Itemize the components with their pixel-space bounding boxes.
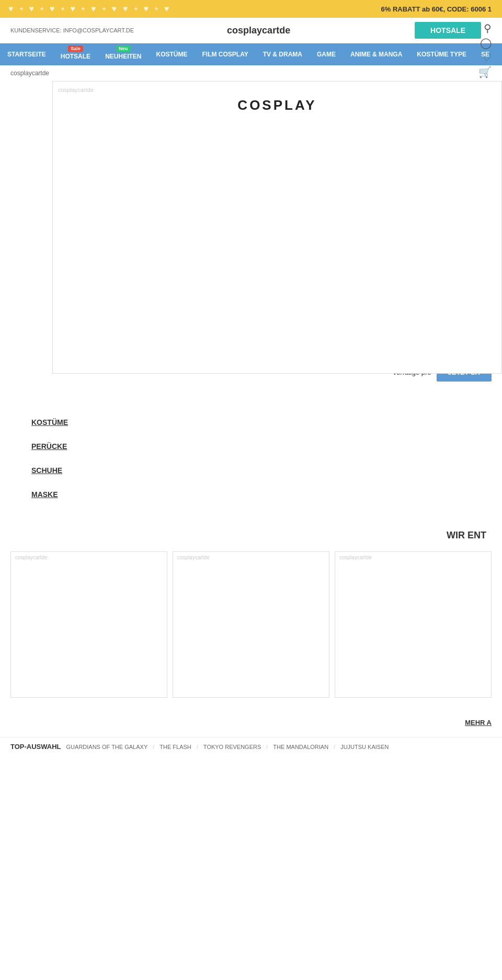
auswahl-sep-0: / xyxy=(153,744,154,750)
nav-kostume-type-label: KOSTÜME TYPE xyxy=(417,51,466,58)
banner-text: 6% RABATT ab 60€, CODE: 6006 1 xyxy=(381,5,492,13)
product-card-3[interactable]: cosplaycartde xyxy=(335,551,492,698)
auswahl-link-2[interactable]: TOKYO REVENGERS xyxy=(203,744,261,750)
category-schuhe-label[interactable]: SCHUHE xyxy=(31,466,94,475)
product-grid: cosplaycartde cosplaycartde cosplaycartd… xyxy=(10,551,492,698)
bottom-section: MEHR A xyxy=(0,708,502,737)
heart-deco-9: ♥ xyxy=(164,4,169,14)
mehr-link[interactable]: MEHR A xyxy=(465,719,492,727)
heart-deco-8: ♥ xyxy=(144,4,149,14)
breadcrumb[interactable]: cosplaycartde xyxy=(0,65,502,81)
hero-cosplay-text: COSPLAY xyxy=(237,97,316,113)
nav-film-cosplay-label: FILM COSPLAY xyxy=(202,51,248,58)
product-card-2[interactable]: cosplaycartde xyxy=(173,551,329,698)
nav-game[interactable]: GAME xyxy=(310,45,343,63)
auswahl-link-1[interactable]: THE FLASH xyxy=(159,744,191,750)
product-watermark-3: cosplaycartde xyxy=(335,551,376,563)
star-deco-1: ✦ xyxy=(19,5,24,13)
heart-deco-7: ♥ xyxy=(123,4,128,14)
main-nav: STARTSEITE Sale HOTSALE Neu NEUHEITEN KO… xyxy=(0,43,502,65)
auswahl-link-3[interactable]: THE MANDALORIAN xyxy=(273,744,328,750)
breadcrumb-text: cosplaycartde xyxy=(10,70,49,77)
banner-decorations: ♥ ✦ ♥ ✦ ♥ ✦ ♥ ✦ ♥ ✦ ♥ ♥ ✦ ♥ ✦ ♥ xyxy=(5,4,381,14)
star-deco-2: ✦ xyxy=(39,5,44,13)
nav-tv-drama[interactable]: TV & DRAMA xyxy=(256,45,310,63)
product-card-1[interactable]: cosplaycartde xyxy=(10,551,167,698)
nav-hotsale-badge: Sale xyxy=(68,45,83,52)
header: KUNDENSERVICE: INFO@COSPLAYCART.DE cospl… xyxy=(0,18,502,43)
nav-se[interactable]: SE xyxy=(474,45,497,63)
categories-section: KOSTÜME PERÜCKE SCHUHE MASKE xyxy=(0,397,502,520)
category-kostume-label[interactable]: KOSTÜME xyxy=(31,418,94,426)
top-auswahl-section: TOP-AUSWAHL GUARDIANS OF THE GALAXY / TH… xyxy=(0,737,502,756)
product-watermark-2: cosplaycartde xyxy=(173,551,214,563)
nav-neuheiten-label: NEUHEITEN xyxy=(105,53,141,60)
category-kostume: KOSTÜME xyxy=(31,418,471,426)
star-deco-7: ✦ xyxy=(154,5,159,13)
auswahl-sep-1: / xyxy=(197,744,198,750)
search-icon[interactable]: ⚲ xyxy=(484,22,492,34)
nav-anime-manga[interactable]: ANIME & MANGA xyxy=(343,45,409,63)
nav-neuheiten-badge: Neu xyxy=(116,45,130,52)
nav-game-label: GAME xyxy=(317,51,336,58)
heart-deco-6: ♥ xyxy=(112,4,117,14)
nav-startseite-label: STARTSEITE xyxy=(7,51,46,58)
star-deco-4: ✦ xyxy=(81,5,86,13)
cart-icon[interactable]: 🛒 xyxy=(478,66,492,78)
wir-title: WIR ENT xyxy=(10,530,492,541)
heart-deco-4: ♥ xyxy=(71,4,76,14)
category-maske-label[interactable]: MASKE xyxy=(31,490,94,499)
heart-deco-1: ♥ xyxy=(8,4,14,14)
top-auswahl-label: TOP-AUSWAHL xyxy=(10,743,61,751)
nav-startseite[interactable]: STARTSEITE xyxy=(0,45,53,63)
heart-deco-3: ♥ xyxy=(50,4,55,14)
heart-deco-5: ♥ xyxy=(91,4,96,14)
auswahl-link-0[interactable]: GUARDIANS OF THE GALAXY xyxy=(66,744,148,750)
star-deco-6: ✦ xyxy=(133,5,139,13)
site-logo[interactable]: cosplaycartde xyxy=(102,25,415,36)
nav-anime-manga-label: ANIME & MANGA xyxy=(350,51,402,58)
category-perucke: PERÜCKE xyxy=(31,442,471,451)
nav-tv-drama-label: TV & DRAMA xyxy=(263,51,302,58)
heart-deco-2: ♥ xyxy=(29,4,35,14)
category-maske: MASKE xyxy=(31,490,471,499)
category-schuhe: SCHUHE xyxy=(31,466,471,475)
nav-kostume[interactable]: KOSTÜME xyxy=(149,45,195,63)
auswahl-sep-2: / xyxy=(266,744,268,750)
auswahl-sep-3: / xyxy=(334,744,335,750)
nav-hotsale-label: HOTSALE xyxy=(61,53,90,60)
hotsale-badge[interactable]: HOTSALE xyxy=(415,22,481,39)
top-banner: ♥ ✦ ♥ ✦ ♥ ✦ ♥ ✦ ♥ ✦ ♥ ♥ ✦ ♥ ✦ ♥ 6% RABAT… xyxy=(0,0,502,18)
hero-section: cosplaycartde COSPLAY xyxy=(52,81,502,374)
star-deco-3: ✦ xyxy=(60,5,65,13)
nav-hotsale[interactable]: Sale HOTSALE xyxy=(53,43,98,65)
wir-section: WIR ENT cosplaycartde cosplaycartde cosp… xyxy=(0,520,502,708)
nav-neuheiten[interactable]: Neu NEUHEITEN xyxy=(98,43,149,65)
nav-kostume-type[interactable]: KOSTÜME TYPE xyxy=(409,45,474,63)
product-watermark-1: cosplaycartde xyxy=(11,551,52,563)
category-perucke-label[interactable]: PERÜCKE xyxy=(31,442,94,451)
nav-film-cosplay[interactable]: FILM COSPLAY xyxy=(195,45,255,63)
hero-watermark: cosplaycartde xyxy=(58,87,94,93)
nav-se-label: SE xyxy=(481,51,489,58)
auswahl-link-4[interactable]: JUJUTSU KAISEN xyxy=(340,744,389,750)
nav-kostume-label: KOSTÜME xyxy=(156,51,187,58)
star-deco-5: ✦ xyxy=(101,5,107,13)
